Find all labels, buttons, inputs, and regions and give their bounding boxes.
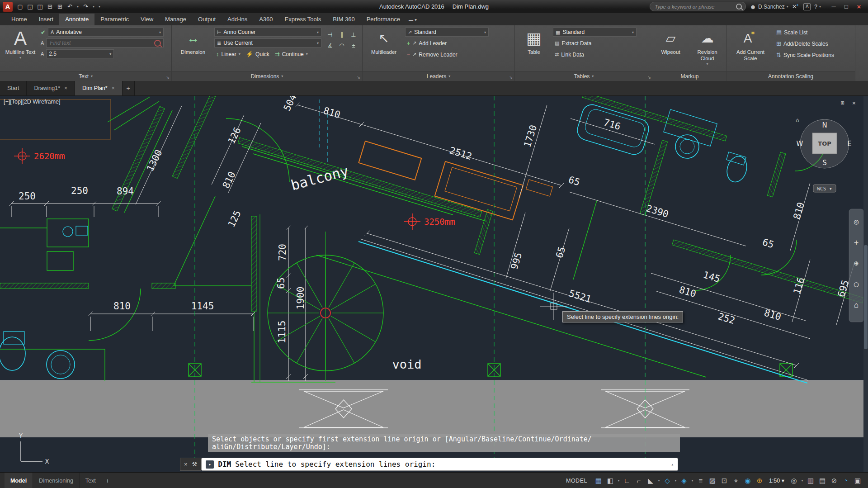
navigation-bar[interactable]: ◎+⊕◯⌂ bbox=[849, 209, 863, 322]
wipeout-button[interactable]: ▱ Wipeout bbox=[655, 28, 687, 69]
help-menu[interactable]: ? ▾ bbox=[814, 4, 821, 10]
dialog-launcher-icon[interactable]: ↘ bbox=[647, 75, 651, 80]
recent-commands-icon[interactable]: ▴ bbox=[671, 462, 674, 467]
viewcube-west[interactable]: W bbox=[797, 140, 803, 148]
isodraft-icon[interactable]: ◇ bbox=[661, 477, 673, 485]
transparency-icon[interactable]: ▨ bbox=[707, 477, 718, 485]
command-input[interactable]: ▸ DIM Select line to specify extension l… bbox=[201, 458, 678, 471]
infer-icon[interactable]: ∟ bbox=[621, 477, 633, 484]
dim-label[interactable]: 716 bbox=[602, 117, 622, 132]
open-file-icon[interactable]: ◱ bbox=[25, 3, 35, 10]
dim-label[interactable]: 2390 bbox=[645, 203, 670, 220]
save-as-icon[interactable]: ⊟ bbox=[45, 3, 55, 10]
steering-wheel-icon[interactable]: ◎ bbox=[854, 217, 859, 226]
dim-label[interactable]: 1300 bbox=[145, 148, 165, 173]
zoom-icon[interactable]: ⊕ bbox=[854, 259, 859, 268]
dim-label[interactable]: 995 bbox=[509, 251, 524, 270]
minimize-button[interactable]: ─ bbox=[827, 2, 840, 11]
ribbon-tab-add-ins[interactable]: Add-ins bbox=[222, 14, 253, 25]
ribbon-tab-a360[interactable]: A360 bbox=[253, 14, 278, 25]
undo-arrow-icon[interactable]: ▾ bbox=[75, 5, 80, 9]
layout-tab-text[interactable]: Text bbox=[80, 473, 102, 488]
dim-label[interactable]: 1115 bbox=[277, 321, 288, 344]
layout-tab-dimensioning[interactable]: Dimensioning bbox=[33, 473, 80, 488]
wcs-menu[interactable]: WCS ▾ bbox=[817, 186, 832, 192]
viewcube-north[interactable]: N bbox=[822, 121, 827, 129]
dim-label[interactable]: 504 bbox=[282, 96, 299, 113]
dim-style-dropdown[interactable]: ⊢ Anno Courier ▾ bbox=[214, 28, 321, 37]
app-store-icon[interactable]: A bbox=[803, 3, 811, 10]
text-height-dropdown[interactable]: 2.5 ▾ bbox=[46, 49, 114, 58]
search-icon[interactable] bbox=[736, 4, 742, 9]
grid-icon[interactable]: ▦ bbox=[593, 477, 604, 485]
redo-arrow-icon[interactable]: ▾ bbox=[91, 5, 96, 9]
extract-data-button[interactable]: ▤ Extract Data bbox=[553, 38, 646, 48]
find-text-input[interactable] bbox=[49, 39, 152, 47]
units-icon[interactable]: ▥ bbox=[805, 477, 816, 485]
file-tab-drawing1-[interactable]: Drawing1*× bbox=[27, 81, 75, 95]
ribbon-tab-home[interactable]: Home bbox=[5, 14, 33, 25]
ortho-icon[interactable]: ⌐ bbox=[633, 477, 645, 484]
dimension-tool-icon-3[interactable]: ∡ bbox=[325, 40, 335, 50]
sign-in-menu[interactable]: ☻ D.Sanchez ▾ bbox=[750, 3, 788, 10]
remove-leader-button[interactable]: − ↗ Remove Leader bbox=[405, 50, 505, 59]
panel-label-dimensions[interactable]: Dimensions ▾ ↘ bbox=[172, 71, 362, 81]
restore-button[interactable]: □ bbox=[840, 2, 853, 11]
workspace-icon[interactable]: ◎ bbox=[788, 477, 800, 485]
linear-dimension-button[interactable]: ↕ Linear ▾ bbox=[214, 49, 242, 59]
quick-dimension-button[interactable]: ⚡ Quick bbox=[244, 49, 271, 59]
viewcube[interactable]: TOP N E S W ⌂ WCS ▾ ⊞ × bbox=[796, 99, 856, 192]
quick-properties-icon[interactable]: ▤ bbox=[816, 477, 828, 485]
add-delete-scales-button[interactable]: ⊞ Add/Delete Scales bbox=[774, 39, 851, 48]
redo-icon[interactable]: ↷ bbox=[81, 3, 90, 10]
dimension-button[interactable]: ↔ Dimension bbox=[175, 28, 211, 69]
a360-icon[interactable]: ✕✦ bbox=[792, 3, 800, 10]
add-leader-button[interactable]: + ↗ Add Leader bbox=[405, 38, 505, 48]
snap-icon[interactable]: ◧ bbox=[604, 477, 616, 485]
snap-arrow-icon[interactable]: ▾ bbox=[616, 479, 621, 483]
table-button[interactable]: ▦ Table bbox=[518, 28, 550, 69]
viewcube-east[interactable]: E bbox=[847, 140, 851, 148]
selection-cycling-icon[interactable]: ⊡ bbox=[718, 477, 730, 485]
room-label[interactable]: void bbox=[392, 357, 421, 371]
save-icon[interactable]: ◫ bbox=[35, 3, 45, 10]
ribbon-tab-insert[interactable]: Insert bbox=[33, 14, 60, 25]
annotation-scale-display[interactable]: 1:50 ▾ bbox=[765, 477, 788, 484]
dimension-tool-icon-4[interactable]: ◠ bbox=[336, 40, 347, 50]
search-input[interactable] bbox=[654, 4, 733, 10]
dim-label[interactable]: 1145 bbox=[191, 301, 214, 312]
dim-label[interactable]: 894 bbox=[117, 186, 134, 197]
tab-close-icon[interactable]: × bbox=[112, 85, 115, 91]
ribbon-tab-output[interactable]: Output bbox=[192, 14, 222, 25]
file-tab-start[interactable]: Start bbox=[0, 81, 27, 95]
table-style-dropdown[interactable]: ▦ Standard ▾ bbox=[553, 28, 637, 37]
ribbon-tab-annotate[interactable]: Annotate bbox=[59, 14, 94, 25]
lineweight-icon[interactable]: ≡ bbox=[695, 477, 707, 484]
undo-icon[interactable]: ↶ bbox=[65, 3, 75, 10]
dim-label[interactable]: 810 bbox=[322, 105, 341, 120]
dim-label[interactable]: 1730 bbox=[522, 123, 539, 148]
continue-dimension-button[interactable]: ⇉ Continue ▾ bbox=[273, 49, 310, 59]
dimension-tool-icon-1[interactable]: ∥ bbox=[336, 29, 347, 39]
new-file-icon[interactable]: ▢ bbox=[15, 3, 25, 10]
isodraft-arrow-icon[interactable]: ▾ bbox=[673, 479, 678, 483]
dimension-tool-icon-0[interactable]: ⊣ bbox=[325, 29, 335, 39]
dim-label[interactable]: 810 bbox=[221, 170, 238, 190]
coordinate-label[interactable]: 2620mm bbox=[34, 151, 65, 161]
autocad-logo-icon[interactable]: A bbox=[3, 2, 13, 12]
ribbon-tab-manage[interactable]: Manage bbox=[159, 14, 192, 25]
workspace-arrow-icon[interactable]: ▾ bbox=[800, 479, 805, 483]
viewport-close-icon[interactable]: × bbox=[852, 99, 856, 106]
viewcube-south[interactable]: S bbox=[822, 159, 827, 167]
drawing-canvas[interactable]: 2502508948101145720651900111513001268101… bbox=[0, 96, 868, 472]
dim-label[interactable]: 65 bbox=[761, 237, 775, 250]
scale-list-button[interactable]: ▤ Scale List bbox=[774, 28, 851, 37]
dim-label[interactable]: 250 bbox=[71, 185, 88, 196]
panel-label-text[interactable]: Text ▾ ↘ bbox=[0, 71, 171, 81]
dim-label[interactable]: 1900 bbox=[295, 287, 306, 310]
drawing-area[interactable]: [−][Top][2D Wireframe] bbox=[0, 96, 868, 472]
annotation-visibility-icon[interactable]: ◉ bbox=[742, 477, 754, 485]
new-layout-button[interactable]: + bbox=[102, 473, 113, 488]
coordinate-label[interactable]: 3250mm bbox=[424, 217, 455, 227]
add-current-scale-button[interactable]: A✶ Add Current Scale bbox=[730, 28, 771, 69]
